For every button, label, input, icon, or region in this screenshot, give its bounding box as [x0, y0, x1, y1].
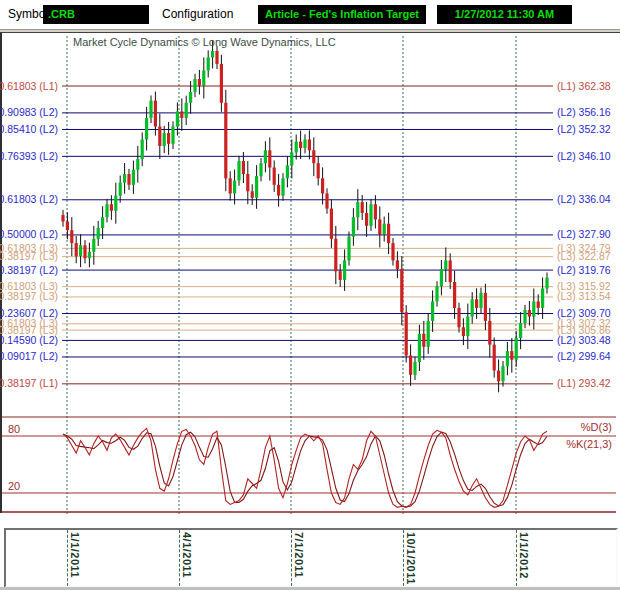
fib-ratio-label: 0.50000 (L2): [0, 228, 58, 240]
candle-body: [79, 245, 82, 256]
candle-body: [145, 118, 148, 140]
candle-body: [215, 51, 218, 64]
date-tick-label: 10/1/2011: [405, 532, 417, 585]
candle-body: [158, 127, 161, 146]
candle-body: [532, 301, 535, 316]
candle-body: [545, 278, 548, 289]
candle-body: [224, 103, 227, 179]
candle-body: [220, 64, 223, 103]
fib-ratio-label: 0.85410 (L2): [0, 123, 58, 135]
candle-body: [264, 150, 267, 163]
candle-body: [198, 79, 201, 85]
candle-body: [92, 239, 95, 252]
candle-body: [457, 308, 460, 327]
fib-price-label: (L3) 322.87: [557, 250, 611, 262]
candle-body: [510, 351, 513, 360]
candle-body: [405, 312, 408, 355]
date-grid-line: [291, 530, 292, 586]
candle-body: [365, 213, 368, 226]
fib-ratio-label: 0.38197 (L3): [0, 250, 58, 262]
candle-body: [66, 222, 69, 231]
candle-body: [519, 323, 522, 338]
fib-price-label: (L2) 299.64: [557, 350, 611, 362]
candle-body: [211, 51, 214, 57]
candle-body: [110, 204, 113, 210]
stoch-d-legend: %D(3): [581, 421, 612, 433]
candle-body: [541, 288, 544, 307]
candle-body: [352, 217, 355, 236]
price-chart-canvas[interactable]: 0.61803 (L1)(L1) 362.380.90983 (L2)(L2) …: [0, 33, 620, 525]
candle-body: [101, 217, 104, 228]
candle-body: [453, 282, 456, 308]
date-tick-label: 1/1/2012: [518, 532, 530, 579]
fib-price-label: (L2) 346.10: [557, 150, 611, 162]
app-window: Symbol .CRB Configuration Article - Fed'…: [0, 0, 620, 590]
candle-body: [176, 111, 179, 126]
fib-ratio-label: 0.09017 (L2): [0, 350, 58, 362]
candle-body: [233, 181, 236, 194]
candle-body: [466, 317, 469, 336]
fib-price-label: (L2) 356.16: [557, 106, 611, 118]
candle-body: [501, 366, 504, 381]
candle-body: [427, 321, 430, 347]
fib-price-label: (L1) 293.42: [557, 377, 611, 389]
candle-body: [378, 219, 381, 234]
candle-body: [132, 170, 135, 185]
candle-body: [259, 163, 262, 176]
candle-body: [136, 159, 139, 170]
candle-body: [299, 142, 302, 148]
candle-body: [435, 286, 438, 301]
candle-body: [347, 237, 350, 261]
stochastic-pane: 8020%D(3)%K(21,3): [2, 417, 616, 512]
candle-body: [321, 178, 324, 193]
candles-layer: [61, 40, 548, 392]
candle-body: [330, 209, 333, 239]
datetime-field[interactable]: 1/27/2012 11:30 AM: [437, 5, 572, 24]
candle-body: [334, 239, 337, 271]
fib-price-label: (L2) 319.76: [557, 264, 611, 276]
fib-ratio-label: 0.14590 (L2): [0, 334, 58, 346]
candle-body: [202, 70, 205, 85]
candle-body: [295, 142, 298, 153]
candle-body: [114, 196, 117, 211]
candle-body: [171, 127, 174, 144]
candle-body: [396, 260, 399, 269]
date-tick-label: 7/1/2011: [293, 532, 305, 578]
candle-body: [61, 215, 64, 221]
candle-body: [537, 301, 540, 307]
stoch-k-legend: %K(21,3): [566, 438, 612, 450]
candle-body: [497, 371, 500, 382]
candle-body: [356, 202, 359, 217]
candle-body: [255, 176, 258, 198]
stochastic-d-line: [63, 432, 547, 507]
candle-body: [242, 161, 245, 174]
candle-body: [374, 204, 377, 219]
candle-body: [149, 101, 152, 118]
symbol-field[interactable]: .CRB: [43, 5, 149, 24]
candle-body: [343, 260, 346, 279]
date-grid-line: [67, 530, 68, 586]
candle-body: [141, 139, 144, 158]
stoch-axis-label: 20: [8, 480, 20, 492]
candle-body: [506, 351, 509, 366]
candle-body: [75, 243, 78, 256]
candle-body: [246, 174, 249, 191]
candle-body: [88, 252, 91, 258]
candle-body: [185, 103, 188, 118]
candle-body: [277, 185, 280, 196]
fib-price-label: (L1) 362.38: [557, 80, 611, 92]
candle-body: [409, 355, 412, 374]
fib-price-label: (L2) 336.04: [557, 193, 611, 205]
candle-body: [400, 269, 403, 312]
symbol-label: Symbol: [8, 7, 48, 21]
candle-body: [308, 139, 311, 150]
candle-body: [180, 111, 183, 117]
candle-body: [488, 321, 491, 345]
candle-body: [167, 133, 170, 144]
configuration-field[interactable]: Article - Fed's Inflation Target: [258, 5, 426, 24]
date-tick-label: 4/1/2011: [181, 532, 193, 578]
fib-price-label: (L3) 313.54: [557, 290, 611, 302]
fib-levels: 0.61803 (L1)(L1) 362.380.90983 (L2)(L2) …: [0, 80, 611, 390]
candle-body: [418, 334, 421, 362]
stoch-axis-label: 80: [8, 423, 20, 435]
